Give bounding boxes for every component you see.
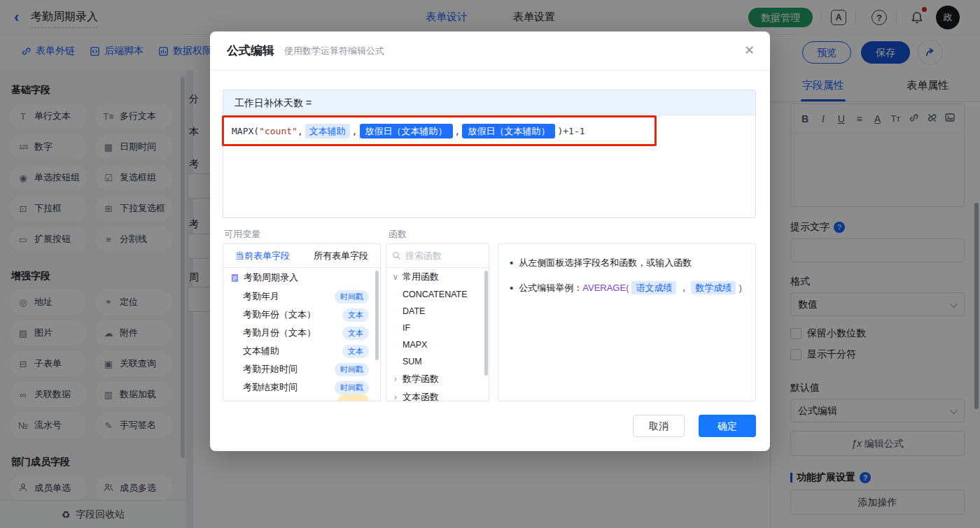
variables-tree-root[interactable]: 考勤周期录入 [223,268,380,287]
modal-subtitle: 使用数学运算符编辑公式 [284,45,384,57]
variable-row[interactable]: 文本辅助文本 [223,342,380,360]
field-token-selected[interactable]: 放假日（文本辅助） [462,124,555,138]
type-badge: 文本 [342,308,369,322]
type-badge: 文本 [342,345,369,358]
function-if[interactable]: IF [386,320,489,336]
variables-label: 可用变量 [224,228,260,241]
functions-label: 函数 [388,228,407,241]
example-function: AVERAGE( [582,283,629,293]
function-search [386,244,489,268]
chevron-down-icon: ∨ [392,272,399,282]
field-token[interactable]: 文本辅助 [305,124,350,138]
cancel-button[interactable]: 取消 [633,415,685,437]
partial-badge [338,394,369,401]
search-icon [392,251,401,260]
formula-comma: , [298,126,303,136]
function-concatenate[interactable]: CONCATENATE [386,286,489,303]
formula-tail: )+1-1 [557,126,584,136]
function-sum[interactable]: SUM [386,353,489,370]
variable-row[interactable]: 考勤年份（文本）文本 [223,306,380,324]
chevron-right-icon: › [392,374,399,384]
variable-row[interactable]: 考勤开始时间时间戳 [223,360,380,378]
formula-code-editor[interactable]: MAPX("count",文本辅助,放假日（文本辅助）,放假日（文本辅助）)+1… [223,115,755,217]
function-mapx[interactable]: MAPX [386,336,489,353]
formula-editor-modal: 公式编辑 使用数学运算符编辑公式 ✕ 工作日补休天数 = MAPX("count… [210,31,770,451]
formula-comma: , [352,126,358,136]
confirm-button[interactable]: 确定 [699,415,756,437]
tip-line-1: • 从左侧面板选择字段名和函数，或输入函数 [510,255,744,271]
functions-panel: ∨ 常用函数 CONCATENATE DATE IF MAPX SUM › 数学… [386,243,489,401]
example-paren: ) [738,283,741,293]
example-token: 语文成绩 [631,281,676,294]
group-text-functions[interactable]: › 文本函数 [386,388,489,401]
tips-panel: • 从左侧面板选择字段名和函数，或输入函数 • 公式编辑举例：AVERAGE(语… [498,243,756,401]
variables-panel: 当前表单字段 所有表单字段 考勤周期录入 考勤年月时间戳 考勤年份（文本）文本 … [223,243,381,401]
tab-current-form-fields[interactable]: 当前表单字段 [223,244,302,267]
modal-footer: 取消 确定 [633,415,756,437]
formula-comma: , [455,126,461,136]
modal-header: 公式编辑 使用数学运算符编辑公式 ✕ [210,31,770,71]
variable-row[interactable]: 考勤年月时间戳 [223,287,380,306]
function-search-input[interactable] [405,250,475,261]
formula-target: 工作日补休天数 = [223,90,755,115]
group-math-functions[interactable]: › 数学函数 [386,370,489,388]
bullet-icon: • [510,255,513,271]
tab-all-form-fields[interactable]: 所有表单字段 [302,244,380,267]
formula-string: "count" [259,126,298,136]
form-doc-icon [230,273,239,283]
bullet-icon: • [510,280,513,296]
type-badge: 文本 [342,327,369,340]
function-date[interactable]: DATE [386,303,489,320]
chevron-right-icon: › [392,392,399,401]
variables-scrollbar[interactable] [375,271,379,360]
type-badge: 时间戳 [335,290,369,304]
formula-box: 工作日补休天数 = MAPX("count",文本辅助,放假日（文本辅助）,放假… [223,90,756,218]
variables-tabs: 当前表单字段 所有表单字段 [223,244,380,268]
functions-scrollbar[interactable] [484,271,488,376]
group-common-functions[interactable]: ∨ 常用函数 [386,268,489,286]
type-badge: 时间戳 [335,381,369,394]
close-icon[interactable]: ✕ [744,43,755,58]
field-token-selected[interactable]: 放假日（文本辅助） [360,124,453,138]
type-badge: 时间戳 [335,363,369,376]
formula-fn: MAPX( [232,126,259,136]
modal-title: 公式编辑 [227,43,274,59]
variable-row[interactable]: 考勤月份（文本）文本 [223,324,380,342]
example-token: 数学成绩 [691,281,736,294]
tip-line-2: • 公式编辑举例：AVERAGE(语文成绩，数学成绩) [510,280,744,296]
